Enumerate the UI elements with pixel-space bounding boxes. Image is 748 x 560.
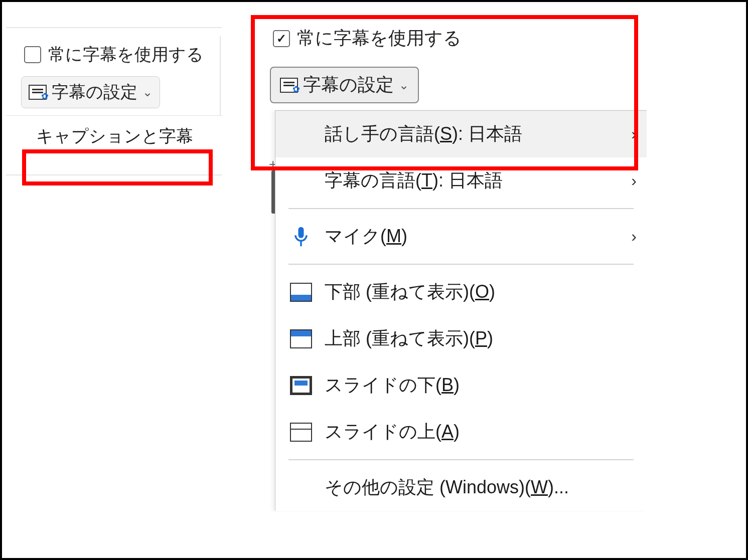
subtitle-settings-button-active[interactable]: 字幕の設定 ⌄: [270, 67, 419, 103]
menu-above-slide[interactable]: スライドの上(A): [275, 409, 647, 455]
always-use-subtitles-label-right: 常に字幕を使用する: [297, 26, 462, 51]
menu-separator: [288, 459, 634, 460]
menu-below-slide[interactable]: スライドの下(B): [275, 362, 647, 409]
menu-microphone-label: マイク(M): [325, 224, 407, 249]
menu-below-slide-label: スライドの下(B): [325, 373, 460, 398]
svg-rect-0: [298, 227, 304, 238]
subtitle-settings-label: 字幕の設定: [52, 81, 137, 104]
divider: [6, 174, 222, 175]
chevron-right-icon: ›: [631, 227, 637, 246]
menu-above-slide-label: スライドの上(A): [325, 420, 460, 444]
chevron-down-icon: ⌄: [399, 78, 409, 92]
chevron-right-icon: ›: [631, 125, 637, 143]
menu-top-overlay-label: 上部 (重ねて表示)(P): [325, 326, 493, 351]
menu-spoken-language[interactable]: 話し手の言語(S): 日本語 ›: [275, 111, 647, 157]
position-top-overlay-icon: [290, 329, 312, 348]
menu-other-settings-label: その他の設定 (Windows)(W)...: [325, 475, 569, 500]
menu-top-overlay[interactable]: 上部 (重ねて表示)(P): [275, 315, 647, 362]
divider: [6, 27, 222, 28]
canvas: 常に字幕を使用する 字幕の設定 ⌄ キャプションと字幕 常に字幕を使用する 字幕…: [0, 0, 748, 560]
menu-separator: [288, 208, 634, 209]
always-use-subtitles-row-right[interactable]: 常に字幕を使用する: [263, 20, 644, 57]
always-use-subtitles-row[interactable]: 常に字幕を使用する: [21, 37, 215, 72]
subtitle-settings-label-right: 字幕の設定: [303, 73, 394, 97]
empty-icon: [289, 478, 313, 498]
menu-separator: [288, 264, 634, 265]
menu-bottom-overlay-label: 下部 (重ねて表示)(O): [325, 280, 495, 304]
chevron-right-icon: ›: [631, 171, 637, 190]
position-bottom-overlay-icon: [290, 283, 312, 302]
ribbon-group-captions-expanded: 常に字幕を使用する 字幕の設定 ⌄: [263, 20, 644, 103]
always-use-subtitles-checkbox-checked[interactable]: [273, 30, 290, 47]
subtitle-settings-icon: [280, 78, 298, 93]
empty-icon: [289, 171, 313, 191]
menu-spoken-language-label: 話し手の言語(S): 日本語: [325, 122, 522, 146]
menu-other-settings[interactable]: その他の設定 (Windows)(W)...: [275, 464, 647, 511]
position-below-slide-icon: [290, 376, 312, 395]
ribbon-group-title: キャプションと字幕: [9, 119, 220, 154]
subtitle-settings-menu: 話し手の言語(S): 日本語 › 字幕の言語(T): 日本語 › マイク(M: [275, 110, 647, 511]
empty-icon: [289, 124, 313, 144]
menu-subtitle-language-label: 字幕の言語(T): 日本語: [325, 168, 503, 193]
menu-subtitle-language[interactable]: 字幕の言語(T): 日本語 ›: [275, 157, 647, 204]
menu-bottom-overlay[interactable]: 下部 (重ねて表示)(O): [275, 269, 647, 315]
always-use-subtitles-checkbox[interactable]: [24, 46, 41, 63]
always-use-subtitles-label: 常に字幕を使用する: [48, 43, 204, 66]
position-above-slide-icon: [290, 423, 312, 442]
chevron-down-icon: ⌄: [142, 85, 153, 99]
subtitle-settings-button[interactable]: 字幕の設定 ⌄: [21, 76, 160, 108]
microphone-icon: [289, 227, 313, 247]
ribbon-group-captions: 常に字幕を使用する 字幕の設定 ⌄ キャプションと字幕: [6, 32, 223, 157]
ribbon-group-title-wrap: キャプションと字幕: [6, 115, 223, 157]
menu-microphone[interactable]: マイク(M) ›: [275, 213, 647, 260]
subtitle-settings-icon: [29, 85, 47, 100]
